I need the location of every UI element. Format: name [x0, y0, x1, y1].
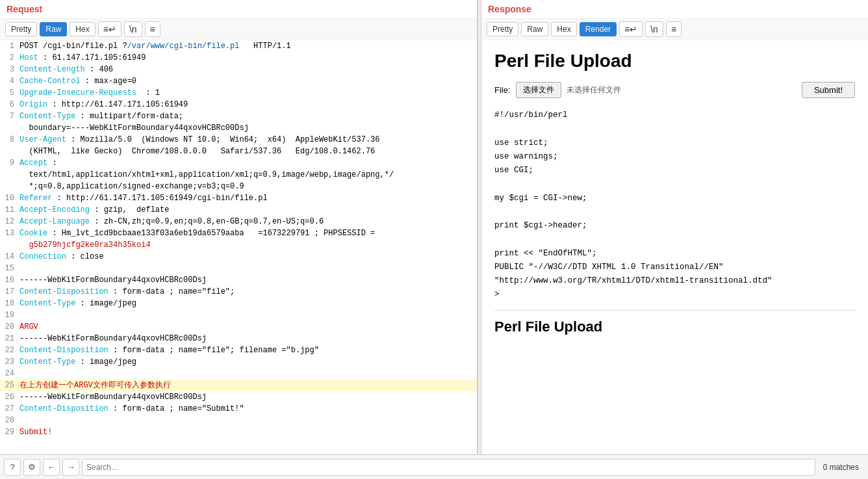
code-line: 10Referer : http://61.147.171.105:61949/…	[0, 192, 477, 204]
line-number: 18	[1, 298, 19, 309]
help-btn[interactable]: ?	[4, 459, 21, 476]
choose-file-btn[interactable]: 选择文件	[516, 82, 561, 98]
line-number: 6	[1, 99, 19, 110]
request-code-area: 1POST /cgi-bin/file.pl ?/var/www/cgi-bin…	[0, 40, 477, 454]
line-content: Accept-Encoding : gzip, deflate	[19, 204, 477, 216]
right-panel: Response Pretty Raw Hex Render ≡↵ \n ≡ P…	[481, 0, 868, 454]
line-content: boundary=----WebKitFormBoundary44qxovHCB…	[19, 122, 477, 134]
code-line: 18Content-Type : image/jpeg	[0, 298, 477, 309]
settings-btn[interactable]: ⚙	[23, 459, 40, 476]
line-content: Connection : close	[19, 251, 477, 263]
file-upload-row: File: 选择文件 未选择任何文件 Submit!	[494, 82, 855, 98]
line-content	[19, 415, 477, 426]
code-line: 15	[0, 263, 477, 274]
resp-render-btn[interactable]: Render	[580, 22, 617, 36]
line-number	[1, 239, 19, 251]
line-number: 17	[1, 286, 19, 298]
pretty-btn[interactable]: Pretty	[5, 22, 37, 36]
line-content: (KHTML, like Gecko) Chrome/108.0.0.0 Saf…	[19, 146, 477, 157]
code-line: text/html,application/xhtml+xml,applicat…	[0, 169, 477, 181]
code-line: 22Content-Disposition : form-data ; name…	[0, 344, 477, 356]
wrap-btn[interactable]: ≡↵	[98, 21, 121, 37]
line-content: Referer : http://61.147.171.105:61949/cg…	[19, 192, 477, 204]
code-line: g5b279hjcfg2ke0ra34h35koi4	[0, 239, 477, 251]
code-line: *;q=0.8,application/signed-exchange;v=b3…	[0, 181, 477, 192]
line-content: ------WebKitFormBoundary44qxovHCBRc00Dsj	[19, 274, 477, 286]
request-header: Request	[0, 0, 477, 19]
line-content: 在上方创建一个ARGV文件即可传入参数执行	[19, 380, 477, 391]
code-line: 14Connection : close	[0, 251, 477, 263]
line-number: 28	[1, 415, 19, 426]
line-number: 13	[1, 227, 19, 239]
file-label: File:	[494, 85, 511, 95]
code-line: 27Content-Disposition : form-data ; name…	[0, 403, 477, 415]
line-number: 7	[1, 110, 19, 122]
code-line: 12Accept-Language : zh-CN,zh;q=0.9,en;q=…	[0, 216, 477, 227]
line-content: Content-Length : 406	[19, 64, 477, 75]
line-content: g5b279hjcfg2ke0ra34h35koi4	[19, 239, 477, 251]
resp-newline-btn[interactable]: \n	[645, 21, 663, 37]
line-content: POST /cgi-bin/file.pl ?/var/www/cgi-bin/…	[19, 40, 477, 52]
code-line: 7Content-Type : multipart/form-data;	[0, 110, 477, 122]
code-line: 8User-Agent : Mozilla/5.0 (Windows NT 10…	[0, 134, 477, 146]
response-title: Perl File Upload	[494, 51, 855, 71]
line-content: ------WebKitFormBoundary44qxovHCBRc00Dsj	[19, 391, 477, 403]
line-number: 2	[1, 52, 19, 64]
line-number: 23	[1, 356, 19, 368]
line-number: 4	[1, 75, 19, 87]
line-content: text/html,application/xhtml+xml,applicat…	[19, 169, 477, 181]
line-number: 19	[1, 309, 19, 321]
line-content: Submit!	[19, 426, 477, 438]
submit-btn[interactable]: Submit!	[802, 82, 855, 98]
resp-hex-btn[interactable]: Hex	[551, 22, 576, 36]
newline-btn[interactable]: \n	[124, 21, 142, 37]
match-count: 0 matches	[818, 463, 864, 472]
code-line: 20ARGV	[0, 321, 477, 333]
line-number: 21	[1, 333, 19, 344]
response-toolbar: Pretty Raw Hex Render ≡↵ \n ≡	[481, 19, 868, 40]
resp-menu-btn[interactable]: ≡	[666, 21, 682, 37]
bottom-bar: ? ⚙ ← → 0 matches	[0, 454, 868, 479]
line-number: 22	[1, 344, 19, 356]
resp-pretty-btn[interactable]: Pretty	[487, 22, 518, 36]
line-number: 11	[1, 204, 19, 216]
line-number	[1, 169, 19, 181]
back-btn[interactable]: ←	[43, 459, 60, 476]
line-content: Content-Disposition : form-data ; name="…	[19, 286, 477, 298]
line-number: 15	[1, 263, 19, 274]
line-number: 12	[1, 216, 19, 227]
code-line: 4Cache-Control : max-age=0	[0, 75, 477, 87]
code-line: 24	[0, 368, 477, 380]
left-panel: Request Pretty Raw Hex ≡↵ \n ≡ 1POST /cg…	[0, 0, 478, 454]
line-content	[19, 309, 477, 321]
divider	[494, 310, 855, 311]
resp-wrap-btn[interactable]: ≡↵	[619, 21, 643, 37]
line-number: 27	[1, 403, 19, 415]
line-content: *;q=0.8,application/signed-exchange;v=b3…	[19, 181, 477, 192]
code-line: 5Upgrade-Insecure-Requests : 1	[0, 87, 477, 99]
response-header: Response	[481, 0, 868, 19]
code-line: 28	[0, 415, 477, 426]
line-content: Content-Type : multipart/form-data;	[19, 110, 477, 122]
raw-btn[interactable]: Raw	[40, 22, 67, 36]
forward-btn[interactable]: →	[62, 459, 79, 476]
code-line: 11Accept-Encoding : gzip, deflate	[0, 204, 477, 216]
menu-btn[interactable]: ≡	[145, 21, 160, 37]
resp-raw-btn[interactable]: Raw	[521, 22, 548, 36]
line-number	[1, 146, 19, 157]
code-line: 16------WebKitFormBoundary44qxovHCBRc00D…	[0, 274, 477, 286]
code-line: 29Submit!	[0, 426, 477, 438]
code-line: 21------WebKitFormBoundary44qxovHCBRc00D…	[0, 333, 477, 344]
code-line: 6Origin : http://61.147.171.105:61949	[0, 99, 477, 110]
search-input[interactable]	[82, 459, 815, 476]
hex-btn[interactable]: Hex	[70, 22, 95, 36]
no-file-text: 未选择任何文件	[567, 84, 621, 96]
line-content: Accept-Language : zh-CN,zh;q=0.9,en;q=0.…	[19, 216, 477, 227]
line-number: 5	[1, 87, 19, 99]
response-content: Perl File Upload File: 选择文件 未选择任何文件 Subm…	[481, 40, 868, 454]
line-content: Content-Disposition : form-data ; name="…	[19, 344, 477, 356]
code-line: 1POST /cgi-bin/file.pl ?/var/www/cgi-bin…	[0, 40, 477, 52]
line-number: 10	[1, 192, 19, 204]
line-content: Cache-Control : max-age=0	[19, 75, 477, 87]
line-number: 14	[1, 251, 19, 263]
